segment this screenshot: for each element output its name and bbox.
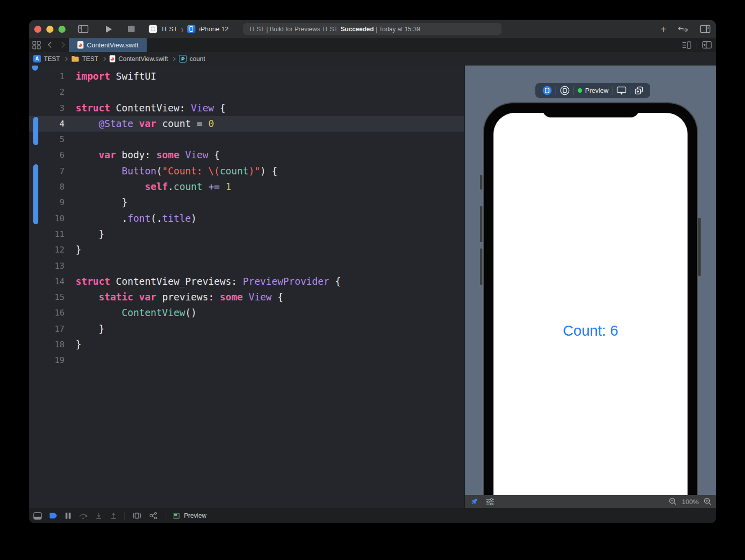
code-line-14[interactable]: 14struct ContentView_Previews: PreviewPr… bbox=[29, 274, 464, 289]
phone-power-button bbox=[698, 218, 701, 276]
pause-execution-button[interactable] bbox=[65, 512, 71, 519]
duplicate-preview-button[interactable] bbox=[635, 86, 643, 95]
run-button[interactable] bbox=[105, 25, 112, 33]
divider bbox=[612, 86, 613, 95]
code-line-5[interactable]: 5 bbox=[29, 132, 464, 147]
line-number[interactable]: 1 bbox=[29, 69, 65, 84]
scheme-name: TEST bbox=[161, 25, 177, 33]
toggle-navigator-sidebar-button[interactable] bbox=[78, 25, 89, 33]
breadcrumb-file[interactable]: ContentView.swift bbox=[118, 55, 168, 63]
zoom-out-button[interactable] bbox=[669, 497, 677, 506]
change-bar bbox=[33, 117, 38, 146]
preview-running-indicator bbox=[578, 88, 582, 93]
code-line-8[interactable]: 8 self.count += 1 bbox=[29, 179, 464, 195]
debug-bar: Preview bbox=[29, 508, 716, 523]
code-line-4[interactable]: 4 @State var count = 0 bbox=[29, 116, 464, 132]
zoom-window-button[interactable] bbox=[58, 26, 66, 33]
line-number[interactable]: 13 bbox=[29, 258, 65, 274]
minimize-window-button[interactable] bbox=[46, 26, 53, 33]
code-line-19[interactable]: 19 bbox=[29, 352, 464, 368]
stop-button[interactable] bbox=[128, 26, 135, 32]
code-line-12[interactable]: 12} bbox=[29, 242, 464, 258]
close-window-button[interactable] bbox=[34, 26, 41, 33]
line-number[interactable]: 14 bbox=[29, 274, 65, 289]
breadcrumb-project[interactable]: TEST bbox=[44, 55, 60, 63]
code-text: self.count += 1 bbox=[65, 179, 231, 195]
phone-silence-switch bbox=[480, 175, 482, 190]
tab-contentview-swift[interactable]: ContentView.swift bbox=[69, 38, 147, 52]
app-icon bbox=[149, 25, 157, 33]
step-out-button[interactable] bbox=[110, 512, 117, 520]
run-destination: iPhone 12 bbox=[199, 25, 229, 33]
code-review-button[interactable] bbox=[677, 26, 689, 33]
adjust-editor-options-button[interactable] bbox=[682, 41, 692, 49]
zoom-in-button[interactable] bbox=[704, 497, 712, 506]
scheme-selector[interactable]: TEST › iPhone 12 bbox=[149, 25, 228, 33]
code-line-11[interactable]: 11 } bbox=[29, 226, 464, 242]
memory-graph-button[interactable] bbox=[149, 512, 157, 520]
breakpoints-toggle-button[interactable] bbox=[49, 512, 57, 519]
jump-bar: A TEST TEST ContentView.swift P count bbox=[29, 52, 716, 66]
code-line-17[interactable]: 17 } bbox=[29, 321, 464, 337]
preview-count-button[interactable]: Count: 6 bbox=[493, 323, 688, 339]
toggle-inspector-button[interactable] bbox=[700, 25, 711, 33]
code-line-1[interactable]: 1import SwiftUI bbox=[29, 69, 464, 84]
code-text: static var previews: some View { bbox=[65, 289, 283, 305]
code-line-6[interactable]: 6 var body: some View { bbox=[29, 147, 464, 163]
preview-mode-toolbar: Preview bbox=[535, 83, 650, 98]
code-line-9[interactable]: 9 } bbox=[29, 195, 464, 210]
pin-preview-button[interactable] bbox=[470, 497, 478, 506]
code-text: Button("Count: \(count)") { bbox=[65, 163, 277, 179]
step-over-button[interactable] bbox=[79, 512, 88, 520]
code-text: ContentView() bbox=[65, 305, 197, 321]
selectable-preview-button[interactable] bbox=[560, 86, 570, 95]
activity-status-bar[interactable]: TEST | Build for Previews TEST: Succeede… bbox=[243, 23, 502, 35]
zoom-level[interactable]: 100% bbox=[682, 498, 699, 506]
code-line-18[interactable]: 18} bbox=[29, 337, 464, 352]
preview-status-label: Preview bbox=[585, 87, 608, 94]
source-editor[interactable]: 1import SwiftUI23struct ContentView: Vie… bbox=[29, 66, 464, 508]
hide-debug-area-button[interactable] bbox=[33, 512, 42, 520]
code-line-7[interactable]: 7 Button("Count: \(count)") { bbox=[29, 163, 464, 179]
code-text bbox=[65, 84, 76, 100]
divider bbox=[165, 512, 165, 520]
code-line-2[interactable]: 2 bbox=[29, 84, 464, 100]
debug-location[interactable]: Preview bbox=[173, 512, 206, 519]
line-number[interactable]: 16 bbox=[29, 305, 65, 321]
preview-settings-icon[interactable] bbox=[485, 498, 494, 506]
iphone-screen[interactable]: Count: 6 bbox=[493, 113, 688, 495]
project-icon: A bbox=[33, 55, 41, 63]
line-number[interactable]: 17 bbox=[29, 321, 65, 337]
phone-volume-down-button bbox=[480, 248, 482, 285]
view-debugger-button[interactable] bbox=[133, 512, 141, 520]
go-forward-button[interactable] bbox=[59, 42, 65, 47]
code-text: struct ContentView: View { bbox=[65, 100, 225, 116]
preview-on-device-button[interactable] bbox=[616, 86, 627, 95]
line-number[interactable]: 15 bbox=[29, 289, 65, 305]
change-bar bbox=[33, 164, 38, 224]
live-preview-button[interactable] bbox=[542, 86, 552, 95]
code-line-16[interactable]: 16 ContentView() bbox=[29, 305, 464, 321]
line-number[interactable]: 11 bbox=[29, 226, 65, 242]
code-line-13[interactable]: 13 bbox=[29, 258, 464, 274]
code-line-3[interactable]: 3struct ContentView: View { bbox=[29, 100, 464, 116]
code-line-10[interactable]: 10 .font(.title) bbox=[29, 211, 464, 226]
line-number[interactable]: 3 bbox=[29, 100, 65, 116]
library-add-button[interactable]: + bbox=[660, 24, 666, 34]
breadcrumb-symbol[interactable]: count bbox=[190, 55, 205, 63]
phone-volume-up-button bbox=[480, 206, 482, 242]
code-text: import SwiftUI bbox=[65, 69, 156, 84]
code-area[interactable]: 1import SwiftUI23struct ContentView: Vie… bbox=[29, 66, 464, 368]
line-number[interactable]: 18 bbox=[29, 337, 65, 352]
line-number[interactable]: 2 bbox=[29, 84, 65, 100]
line-number[interactable]: 6 bbox=[29, 147, 65, 163]
tab-bar: ContentView.swift bbox=[29, 38, 716, 52]
breadcrumb-group[interactable]: TEST bbox=[82, 55, 98, 63]
go-back-button[interactable] bbox=[48, 42, 53, 47]
related-items-button[interactable] bbox=[32, 41, 41, 49]
line-number[interactable]: 19 bbox=[29, 352, 65, 368]
step-into-button[interactable] bbox=[95, 512, 102, 520]
line-number[interactable]: 12 bbox=[29, 242, 65, 258]
add-editor-button[interactable] bbox=[702, 41, 712, 49]
code-line-15[interactable]: 15 static var previews: some View { bbox=[29, 289, 464, 305]
